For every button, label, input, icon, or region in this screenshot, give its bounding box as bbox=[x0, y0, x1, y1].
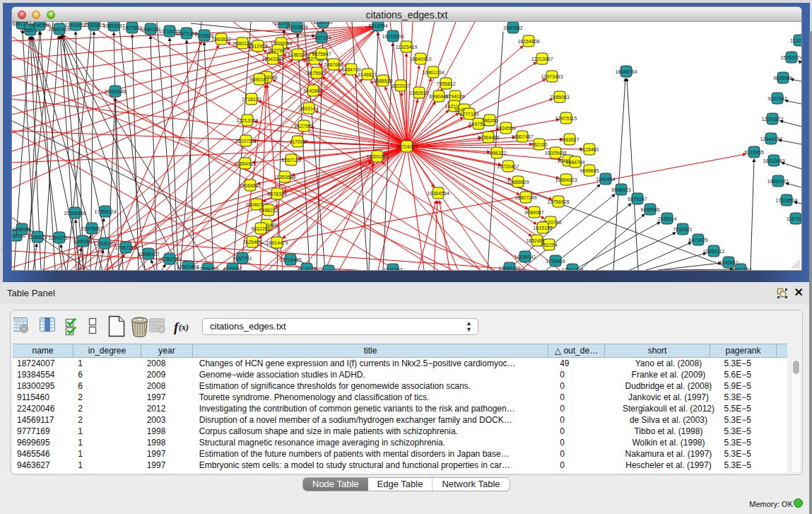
svg-text:19384554: 19384554 bbox=[427, 191, 449, 196]
svg-text:10853287: 10853287 bbox=[102, 23, 124, 28]
svg-text:6466160: 6466160 bbox=[141, 27, 160, 32]
svg-text:12923468: 12923468 bbox=[177, 264, 199, 269]
svg-text:8471676: 8471676 bbox=[688, 238, 707, 243]
svg-text:12213369: 12213369 bbox=[236, 118, 258, 123]
svg-text:16914479: 16914479 bbox=[266, 240, 288, 245]
svg-text:8454749: 8454749 bbox=[341, 67, 360, 72]
svg-text:17957255: 17957255 bbox=[114, 245, 136, 250]
svg-text:17359924: 17359924 bbox=[94, 209, 116, 214]
svg-text:16107552: 16107552 bbox=[235, 139, 257, 144]
svg-text:10958107: 10958107 bbox=[137, 252, 159, 257]
svg-text:2603144: 2603144 bbox=[299, 106, 318, 111]
svg-text:18724007: 18724007 bbox=[396, 144, 418, 149]
svg-text:9875847: 9875847 bbox=[312, 52, 331, 57]
svg-text:19166827: 19166827 bbox=[239, 183, 261, 188]
svg-text:4429607: 4429607 bbox=[223, 267, 242, 271]
svg-text:962160: 962160 bbox=[531, 142, 547, 147]
svg-text:8427552: 8427552 bbox=[294, 124, 313, 129]
svg-text:7955812: 7955812 bbox=[436, 81, 455, 86]
svg-text:3675685: 3675685 bbox=[307, 71, 326, 76]
svg-text:8224730: 8224730 bbox=[313, 22, 332, 25]
svg-text:2867608: 2867608 bbox=[324, 62, 343, 67]
svg-text:16033809: 16033809 bbox=[286, 25, 307, 30]
svg-text:8938923: 8938923 bbox=[611, 187, 630, 192]
svg-text:717006: 717006 bbox=[289, 139, 305, 144]
svg-text:9485061: 9485061 bbox=[12, 227, 31, 232]
svg-text:4245263: 4245263 bbox=[383, 267, 402, 271]
svg-text:21257684: 21257684 bbox=[729, 267, 751, 271]
svg-text:16210643: 16210643 bbox=[763, 158, 784, 163]
svg-text:8912954: 8912954 bbox=[248, 44, 267, 49]
svg-text:9657791: 9657791 bbox=[233, 256, 252, 261]
svg-text:10973493: 10973493 bbox=[541, 74, 563, 79]
svg-text:12294238: 12294238 bbox=[196, 267, 218, 271]
svg-text:9829966: 9829966 bbox=[773, 76, 792, 81]
svg-text:3824554: 3824554 bbox=[496, 126, 515, 131]
svg-text:9115460: 9115460 bbox=[580, 147, 599, 152]
svg-text:20691406: 20691406 bbox=[48, 27, 70, 32]
svg-text:8267130: 8267130 bbox=[281, 158, 300, 163]
svg-text:12505135: 12505135 bbox=[93, 241, 115, 246]
svg-text:12444154: 12444154 bbox=[760, 136, 782, 141]
svg-text:12213967: 12213967 bbox=[531, 57, 553, 62]
svg-text:2718120: 2718120 bbox=[242, 97, 261, 102]
svg-text:13045349: 13045349 bbox=[498, 266, 520, 271]
svg-text:19654925: 19654925 bbox=[234, 161, 256, 166]
svg-text:10807487: 10807487 bbox=[511, 134, 533, 139]
svg-text:1498222: 1498222 bbox=[259, 208, 278, 213]
svg-text:23975867: 23975867 bbox=[81, 226, 102, 231]
svg-text:20206506: 20206506 bbox=[64, 211, 86, 216]
svg-text:9084067: 9084067 bbox=[524, 210, 543, 215]
svg-text:9227342: 9227342 bbox=[767, 96, 787, 101]
svg-text:9245652: 9245652 bbox=[719, 260, 738, 265]
svg-text:9777169: 9777169 bbox=[459, 112, 478, 117]
svg-text:10654112: 10654112 bbox=[703, 249, 725, 254]
svg-text:1588520: 1588520 bbox=[373, 78, 392, 83]
svg-text:4112034: 4112034 bbox=[298, 267, 317, 271]
svg-text:7625402: 7625402 bbox=[242, 240, 261, 245]
svg-text:7857224: 7857224 bbox=[312, 35, 331, 40]
svg-text:2935114: 2935114 bbox=[658, 216, 677, 221]
svg-text:746266: 746266 bbox=[481, 118, 498, 123]
svg-text:2087682: 2087682 bbox=[503, 25, 522, 30]
svg-text:9484764: 9484764 bbox=[565, 160, 584, 165]
svg-text:9465546: 9465546 bbox=[640, 207, 659, 212]
svg-text:18300295: 18300295 bbox=[366, 154, 388, 159]
svg-text:9699695: 9699695 bbox=[579, 168, 599, 173]
svg-text:8215955: 8215955 bbox=[744, 150, 763, 155]
svg-text:19654923: 19654923 bbox=[555, 177, 577, 182]
svg-text:12093872: 12093872 bbox=[761, 117, 783, 122]
svg-text:6879197: 6879197 bbox=[628, 197, 647, 201]
svg-text:20053346: 20053346 bbox=[104, 89, 126, 94]
svg-text:9242848: 9242848 bbox=[303, 88, 322, 93]
svg-text:(x): (x) bbox=[179, 322, 189, 332]
svg-text:7632621: 7632621 bbox=[673, 227, 692, 232]
svg-text:11353594: 11353594 bbox=[274, 175, 296, 180]
svg-text:1145194: 1145194 bbox=[73, 239, 93, 244]
svg-text:8813054: 8813054 bbox=[368, 23, 387, 28]
svg-text:1167534: 1167534 bbox=[787, 216, 801, 221]
svg-text:9627500: 9627500 bbox=[268, 48, 287, 53]
svg-text:16543382: 16543382 bbox=[261, 57, 283, 62]
svg-text:9463627: 9463627 bbox=[560, 137, 579, 142]
svg-text:7663822: 7663822 bbox=[211, 37, 230, 42]
svg-text:16640910: 16640910 bbox=[409, 57, 431, 62]
svg-text:9812265: 9812265 bbox=[251, 226, 270, 231]
svg-text:18807249: 18807249 bbox=[514, 195, 536, 200]
svg-text:1640954: 1640954 bbox=[596, 177, 615, 182]
svg-text:11325419: 11325419 bbox=[396, 45, 418, 49]
svg-text:1112543: 1112543 bbox=[790, 38, 801, 43]
svg-text:7485063: 7485063 bbox=[550, 95, 569, 100]
svg-text:19716485: 19716485 bbox=[279, 257, 301, 262]
svg-text:12541238: 12541238 bbox=[561, 267, 583, 271]
svg-text:16648784: 16648784 bbox=[615, 69, 637, 74]
svg-text:19218506: 19218506 bbox=[382, 34, 404, 39]
svg-text:12942757: 12942757 bbox=[48, 235, 70, 240]
svg-text:19692971: 19692971 bbox=[767, 179, 789, 184]
svg-text:15720407: 15720407 bbox=[497, 164, 519, 169]
svg-text:1733426: 1733426 bbox=[546, 259, 565, 264]
svg-text:15180586: 15180586 bbox=[28, 23, 50, 28]
svg-text:20364436: 20364436 bbox=[477, 135, 499, 140]
svg-text:19756928: 19756928 bbox=[547, 199, 569, 204]
svg-text:1615132: 1615132 bbox=[533, 226, 552, 230]
